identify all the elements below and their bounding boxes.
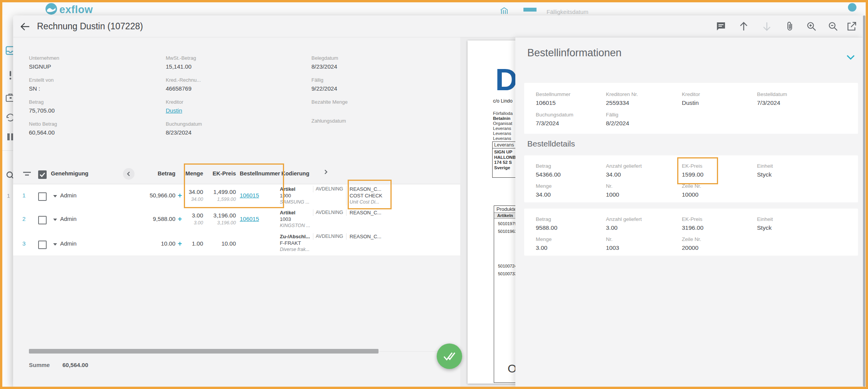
pfield-menge: Menge 34.00: [536, 183, 552, 199]
background-header-text: Fälligkeitsdatum: [547, 8, 588, 15]
cell-ek-preis-sub: 1,599.00: [206, 197, 236, 202]
nav-sidebar: 1: [2, 15, 13, 387]
invoice-fields-col3: Belegdatum 8/23/2024 Fällig 9/22/2024 Be…: [311, 55, 439, 131]
cell-ek-preis: 1,499.00: [206, 189, 236, 195]
row-checkbox[interactable]: [38, 241, 47, 249]
doc-co-line: c/o Lindo: [493, 98, 513, 104]
field-buchungsdatum: Buchungsdatum 8/23/2024: [166, 121, 293, 136]
chevron-down-icon[interactable]: [846, 55, 855, 62]
bestellnummer-link[interactable]: 106015: [240, 192, 259, 199]
pfield-ek-preis: EK-Preis 3196.00: [682, 216, 703, 232]
cell-menge: 3.00: [181, 212, 203, 219]
invoice-fields-col1: Unternehmen SIGNUP Erstellt von SN : Bet…: [29, 55, 156, 143]
doc-meta-lines: Förfalloda Betalnin Organisat Leverans L…: [493, 111, 513, 141]
cell-menge: 34.00: [181, 189, 203, 195]
header-kodierung[interactable]: Kodierung: [281, 170, 310, 177]
chevron-left-icon[interactable]: [123, 168, 135, 180]
pfield-nr: Nr. 1003: [606, 236, 619, 252]
cell-kodierung-reason: REASON_C...: [346, 233, 390, 240]
arrow-up-icon[interactable]: [738, 21, 749, 32]
field-erstellt-von: Erstellt von SN :: [29, 77, 156, 93]
brand-name: exflow: [59, 4, 93, 16]
back-arrow-icon[interactable]: [20, 22, 30, 32]
sum-value: 60,564.00: [62, 362, 88, 368]
cell-kodierung-avdelning: AVDELNING: [313, 233, 346, 240]
table-row[interactable]: 1 Admin 50,966.00 + 34.00 34.00 1,499.00…: [13, 184, 460, 209]
exflow-logo-icon: [45, 3, 57, 16]
header-bestellnummer[interactable]: Bestellnummer: [240, 170, 281, 177]
field-kred-rechnung: Kred.-Rechnu... 46658769: [166, 77, 293, 93]
filter-icon[interactable]: [22, 169, 32, 180]
zoom-out-icon[interactable]: [828, 21, 838, 32]
comment-icon[interactable]: [716, 21, 726, 32]
avatar[interactable]: [848, 3, 856, 12]
pfield-menge: Menge 3.00: [536, 236, 552, 252]
order-details-title: Bestelldetails: [527, 139, 575, 148]
filter-chip: [523, 8, 537, 12]
pfield-betrag: Betrag 9588.00: [536, 216, 557, 232]
field-netto-betrag: Netto Betrag 60,564.00: [29, 121, 156, 136]
vertical-scrollbar[interactable]: [863, 15, 866, 387]
open-in-new-icon[interactable]: [846, 21, 857, 32]
pfield-betrag: Betrag 54366.00: [536, 163, 561, 179]
paperclip-icon[interactable]: [785, 21, 795, 32]
pfield-buchungsdatum: Buchungsdatum 7/3/2024: [536, 112, 574, 127]
zoom-in-icon[interactable]: [806, 21, 817, 32]
exflow-logo: exflow: [45, 3, 93, 16]
cell-ek-preis: 10.00: [206, 240, 236, 247]
cell-kodierung-artikel: Artikel 1003 KINGSTON ...: [280, 209, 311, 229]
arrow-down-icon: [762, 21, 772, 32]
table-header: Genehmigung Betrag Menge EK-Preis Bestel…: [13, 164, 460, 184]
vertical-scrollbar-thumb[interactable]: [863, 15, 865, 387]
double-check-icon: [443, 350, 456, 362]
order-panel-title: Bestellinformationen: [527, 47, 622, 59]
cell-ek-preis: 3,196.00: [206, 212, 236, 219]
select-all-checkbox[interactable]: [38, 170, 47, 179]
approver-dropdown[interactable]: Admin: [53, 216, 77, 222]
table-row[interactable]: 2 Admin 9,588.00 + 3.00 3.00 3,196.00 3,…: [13, 208, 460, 232]
sidebar-divider: [2, 150, 13, 151]
field-unternehmen: Unternehmen SIGNUP: [29, 55, 156, 71]
cell-kodierung-artikel: Zu-/Abschl... F-FRAKT Diverse frak...: [280, 233, 311, 253]
field-betrag: Betrag 75,705.00: [29, 99, 156, 115]
pfield-zeile-nr: Zeile Nr. 10000: [682, 183, 701, 199]
pfield-bestelldatum: Bestelldatum 7/3/2024: [757, 91, 787, 107]
pfield-kreditoren-nr: Kreditoren Nr. 2559334: [606, 91, 638, 107]
cell-kodierung-reason: REASON_C...: [346, 209, 390, 216]
dropdown-caret-icon: [53, 243, 57, 246]
horizontal-scrollbar-thumb[interactable]: [29, 349, 378, 354]
header-betrag[interactable]: Betrag: [139, 170, 175, 177]
sum-label: Summe: [29, 362, 50, 368]
pfield-anzahl-geliefert: Anzahl geliefert 3.00: [606, 216, 642, 232]
cell-menge: 1.00: [181, 240, 203, 247]
pfield-bestellnummer: Bestellnummer 106015: [536, 91, 570, 107]
cell-menge-sub: 3.00: [181, 220, 203, 226]
row-checkbox[interactable]: [38, 192, 47, 201]
kreditor-link[interactable]: Dustin: [166, 106, 293, 115]
cell-kodierung-avdelning: AVDELNING: [313, 209, 346, 216]
pfield-einheit: Einheit Styck: [757, 216, 773, 232]
pfield-einheit: Einheit Styck: [757, 163, 773, 179]
cell-betrag: 10.00: [121, 240, 175, 247]
row-checkbox[interactable]: [38, 216, 47, 224]
field-zahlungsdatum: Zahlungsdatum: [311, 118, 439, 124]
header-menge[interactable]: Menge: [181, 170, 203, 177]
pfield-faellig: Fällig 8/2/2024: [606, 112, 629, 127]
field-bezahlte-menge: Bezahlte Menge: [311, 99, 439, 105]
cell-ek-preis-sub: 3,196.00: [206, 220, 236, 226]
header-ek-preis[interactable]: EK-Preis: [206, 170, 236, 177]
approver-dropdown[interactable]: Admin: [53, 240, 77, 247]
chevron-right-icon[interactable]: [323, 169, 328, 176]
page-title: Rechnung Dustin (107228): [37, 21, 143, 32]
cell-betrag: 9,588.00: [121, 216, 175, 222]
bestellnummer-link[interactable]: 106015: [240, 216, 259, 222]
approver-dropdown[interactable]: Admin: [53, 192, 77, 199]
approve-button[interactable]: [437, 344, 462, 369]
invoice-fields-col2: MwSt.-Betrag 15,141.00 Kred.-Rechnu... 4…: [166, 55, 293, 143]
pfield-nr: Nr. 1000: [606, 183, 619, 199]
pfield-zeile-nr: Zeile Nr. 20000: [682, 236, 701, 252]
header-genehmigung[interactable]: Genehmigung: [51, 170, 88, 177]
row-number: 1: [22, 192, 25, 199]
table-row[interactable]: 3 Admin 10.00 + 1.00 10.00 Zu-/Abschl...…: [13, 232, 460, 256]
field-kreditor: Kreditor Dustin: [166, 99, 293, 115]
